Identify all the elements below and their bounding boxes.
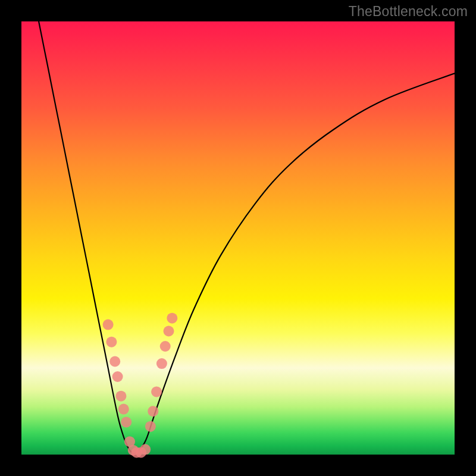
marker-dot [121,416,131,427]
marker-dot [145,421,156,432]
curve-right-branch [134,73,455,455]
marker-dot [140,444,151,455]
marker-dot [148,406,158,416]
curve-group [39,21,455,455]
marker-dots [103,313,178,458]
marker-dot [164,326,174,337]
marker-dot [112,371,123,382]
marker-dot [115,391,126,402]
marker-dot [167,313,177,324]
marker-dot [160,341,171,352]
watermark-text: TheBottleneck.com [349,4,468,20]
marker-dot [103,320,114,330]
marker-dot [106,337,117,347]
plot-area [21,21,455,455]
curve-left-branch [39,21,134,455]
chart-svg [21,21,455,455]
marker-dot [151,386,162,397]
marker-dot [118,404,129,415]
marker-dot [109,356,120,367]
marker-dot [156,358,167,369]
chart-frame: TheBottleneck.com [0,0,476,476]
